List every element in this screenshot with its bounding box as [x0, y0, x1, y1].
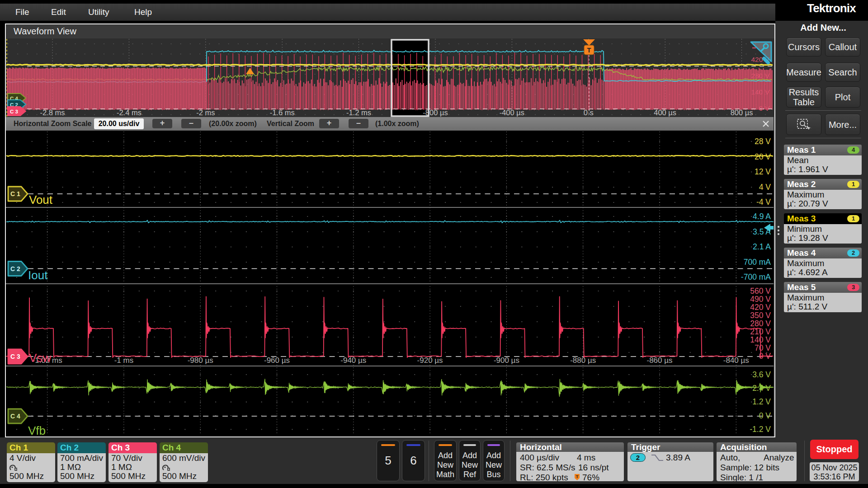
- svg-text:C 2: C 2: [10, 265, 20, 272]
- svg-text:-800 µs: -800 µs: [423, 108, 448, 117]
- svg-text:-4 V: -4 V: [756, 197, 771, 206]
- svg-text:-700 mA: -700 mA: [741, 272, 771, 282]
- svg-text:0 s: 0 s: [584, 108, 594, 117]
- svg-text:Vfb: Vfb: [28, 424, 46, 436]
- svg-text:-1 ms: -1 ms: [114, 356, 134, 365]
- svg-text:T: T: [587, 47, 591, 54]
- svg-text:280 V: 280 V: [750, 319, 771, 328]
- svg-text:-960 µs: -960 µs: [264, 356, 290, 365]
- svg-text:-860 µs: -860 µs: [646, 356, 672, 365]
- svg-text:-940 µs: -940 µs: [340, 356, 366, 365]
- svg-text:Vsw: Vsw: [29, 351, 51, 365]
- svg-text:Vout: Vout: [29, 193, 53, 206]
- svg-text:0 V: 0 V: [759, 104, 770, 112]
- svg-text:400 µs: 400 µs: [654, 108, 676, 117]
- svg-text:800 µs: 800 µs: [731, 108, 753, 117]
- svg-text:-2.4 ms: -2.4 ms: [117, 108, 142, 117]
- svg-text:-980 µs: -980 µs: [188, 356, 213, 365]
- svg-text:0 V: 0 V: [759, 411, 771, 420]
- svg-text:70 V: 70 V: [755, 343, 771, 352]
- svg-text:C 3: C 3: [10, 353, 20, 360]
- svg-text:28 V: 28 V: [755, 137, 771, 146]
- svg-text:-880 µs: -880 µs: [570, 356, 596, 365]
- svg-text:420 V: 420 V: [750, 303, 771, 312]
- svg-text:-400 µs: -400 µs: [500, 108, 524, 117]
- svg-text:Iout: Iout: [28, 268, 48, 282]
- svg-text:-1.2 ms: -1.2 ms: [346, 108, 371, 117]
- svg-text:1.2 V: 1.2 V: [752, 397, 771, 406]
- svg-text:4.9 A: 4.9 A: [753, 212, 771, 221]
- svg-text:140 V: 140 V: [751, 88, 769, 96]
- svg-text:490 V: 490 V: [750, 295, 771, 304]
- svg-text:C 1: C 1: [10, 190, 20, 197]
- svg-text:-2 ms: -2 ms: [196, 108, 215, 117]
- svg-text:-1.2 V: -1.2 V: [750, 425, 771, 434]
- svg-text:4 V: 4 V: [759, 183, 771, 192]
- svg-text:C 4: C 4: [10, 413, 20, 420]
- svg-text:-840 µs: -840 µs: [723, 356, 749, 365]
- svg-text:-2.8 ms: -2.8 ms: [40, 108, 65, 117]
- svg-text:-920 µs: -920 µs: [417, 356, 443, 365]
- svg-text:280 V: 280 V: [751, 72, 769, 80]
- svg-text:T: T: [576, 474, 579, 479]
- svg-text:12 V: 12 V: [755, 167, 771, 176]
- svg-text:700 mA: 700 mA: [744, 258, 771, 267]
- svg-text:2.1 A: 2.1 A: [753, 242, 771, 251]
- svg-text:560 V: 560 V: [750, 286, 771, 296]
- svg-text:C 3: C 3: [10, 109, 18, 114]
- svg-text:3.6 V: 3.6 V: [752, 370, 771, 379]
- svg-text:-900 µs: -900 µs: [494, 356, 519, 365]
- svg-text:350 V: 350 V: [750, 311, 771, 320]
- svg-text:-1.6 ms: -1.6 ms: [270, 108, 295, 117]
